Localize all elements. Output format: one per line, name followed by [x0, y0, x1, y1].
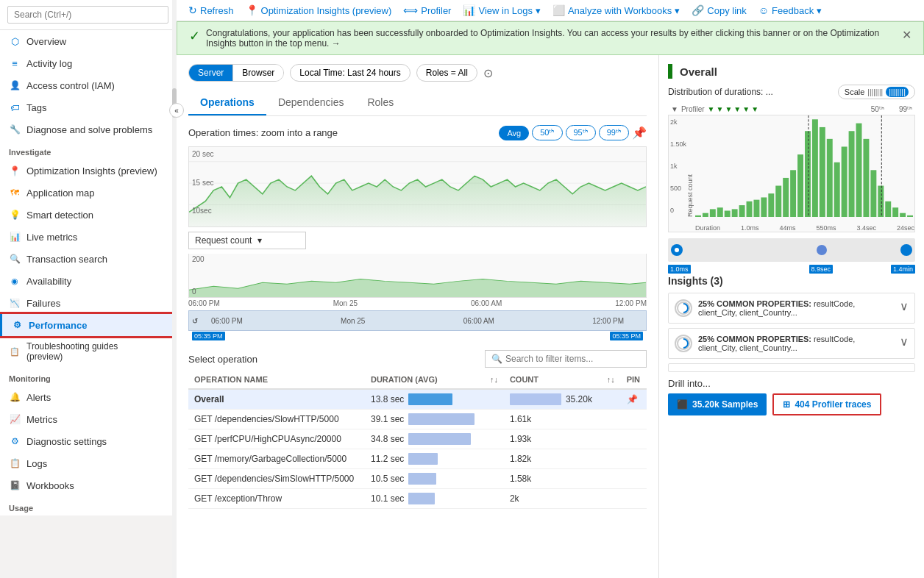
p50-button[interactable]: 50ᵗʰ — [532, 125, 562, 140]
optimization-banner[interactable]: ✓ Congratulations, your application has … — [177, 21, 924, 55]
server-filter-button[interactable]: Server — [189, 65, 233, 81]
optimization-insights-button[interactable]: 📍 Optimization Insights (preview) — [246, 4, 392, 16]
profiler-traces-button[interactable]: ⊞ 404 Profiler traces — [772, 393, 881, 415]
sidebar-item-logs[interactable]: 📋 Logs — [0, 452, 176, 474]
sidebar: ⬡ Overview ≡ Activity log 👤 Access contr… — [0, 0, 177, 515]
tab-roles[interactable]: Roles — [355, 90, 405, 115]
percentile-labels-99: 99ᵗʰ — [899, 105, 912, 113]
sidebar-item-overview[interactable]: ⬡ Overview — [0, 30, 176, 52]
sidebar-item-tags[interactable]: 🏷 Tags — [0, 96, 176, 118]
tab-operations[interactable]: Operations — [188, 90, 266, 115]
timeline-start-label: 05:35 PM — [192, 332, 225, 340]
refresh-button[interactable]: ↻ Refresh — [188, 4, 234, 16]
view-in-logs-button[interactable]: 📊 View in Logs ▾ — [463, 4, 540, 16]
sidebar-item-access-control[interactable]: 👤 Access control (IAM) — [0, 74, 176, 96]
sidebar-item-smart-detection[interactable]: 💡 Smart detection — [0, 204, 176, 226]
row-duration: 34.8 sec — [365, 429, 484, 449]
insight-card-2[interactable]: 25% COMMON PROPERTIES: resultCode, clien… — [668, 328, 915, 359]
samples-button[interactable]: ⬛ 35.20k Samples — [668, 393, 767, 415]
sidebar-item-diagnostic-settings[interactable]: ⚙ Diagnostic settings — [0, 430, 176, 452]
tab-dependencies[interactable]: Dependencies — [266, 90, 356, 115]
left-panel: Server Browser Local Time: Last 24 hours… — [177, 55, 659, 578]
roles-filter-button[interactable]: Roles = All — [416, 64, 477, 82]
table-header: Select operation 🔍 — [188, 350, 647, 368]
search-input[interactable] — [7, 6, 168, 24]
row-pin[interactable] — [621, 489, 647, 509]
range-max-label: 1.4min — [891, 265, 915, 274]
sidebar-collapse-btn[interactable]: « — [169, 103, 184, 118]
col-pin[interactable]: PIN — [621, 371, 647, 389]
col-count[interactable]: COUNT — [504, 371, 601, 389]
table-row[interactable]: GET /dependencies/SlowHTTP/5000 39.1 sec… — [188, 410, 647, 429]
avg-button[interactable]: Avg — [499, 126, 529, 140]
col-duration[interactable]: DURATION (AVG) — [365, 371, 484, 389]
range-handle-mid[interactable] — [817, 245, 827, 255]
samples-icon: ⬛ — [677, 399, 688, 410]
dist-y-title: Request count — [686, 174, 694, 217]
row-pin[interactable] — [621, 449, 647, 469]
banner-close-button[interactable]: ✕ — [902, 28, 911, 42]
profiler-button[interactable]: ⟺ Profiler — [403, 4, 451, 16]
insight-expand-1[interactable]: ∨ — [900, 299, 909, 313]
sidebar-item-performance[interactable]: ⚙ Performance — [0, 314, 176, 336]
pin-button[interactable]: 📌 — [632, 126, 647, 140]
col-sort-duration[interactable]: ↑↓ — [484, 371, 504, 389]
svg-rect-33 — [900, 213, 906, 217]
optimization-insights-icon: 📍 — [246, 4, 258, 16]
sidebar-item-diagnose[interactable]: 🔧 Diagnose and solve problems — [0, 118, 176, 140]
svg-rect-34 — [907, 215, 913, 217]
scale-toggle[interactable]: Scale |||||||| |||||||| — [838, 85, 915, 99]
percentile-labels-50: 50ᵗʰ — [871, 105, 884, 113]
analyze-chevron-icon: ▾ — [675, 5, 680, 16]
row-pin[interactable] — [621, 410, 647, 429]
range-mid-label: 8.9sec — [809, 265, 834, 274]
time-filter-button[interactable]: Local Time: Last 24 hours — [290, 64, 410, 82]
svg-rect-25 — [842, 146, 847, 217]
row-pin[interactable] — [621, 469, 647, 489]
sidebar-item-application-map[interactable]: 🗺 Application map — [0, 182, 176, 204]
sidebar-item-workbooks[interactable]: 📓 Workbooks — [0, 474, 176, 496]
col-operation-name[interactable]: OPERATION NAME — [188, 371, 365, 389]
insight-expand-2[interactable]: ∨ — [900, 335, 909, 349]
p95-button[interactable]: 95ᵗʰ — [566, 125, 596, 140]
sidebar-item-troubleshooting[interactable]: 📋 Troubleshooting guides(preview) — [0, 336, 176, 367]
table-row[interactable]: GET /perfCPU/HighCPUAsync/20000 34.8 sec… — [188, 429, 647, 449]
range-handle-left[interactable] — [671, 244, 683, 256]
table-row[interactable]: GET /dependencies/SimSlowHTTP/5000 10.5 … — [188, 469, 647, 489]
filter-settings-button[interactable]: ⊙ — [483, 66, 493, 80]
row-pin[interactable] — [621, 429, 647, 449]
sidebar-item-alerts[interactable]: 🔔 Alerts — [0, 386, 176, 408]
row-pin[interactable]: 📌 — [621, 389, 647, 410]
row-duration: 11.2 sec — [365, 449, 484, 469]
overall-indicator — [668, 64, 672, 79]
sidebar-item-activity-log[interactable]: ≡ Activity log — [0, 52, 176, 74]
insight-card-1[interactable]: 25% COMMON PROPERTIES: resultCode, clien… — [668, 293, 915, 324]
sidebar-item-metrics[interactable]: 📈 Metrics — [0, 408, 176, 430]
svg-marker-3 — [189, 176, 646, 226]
sidebar-scrollbar[interactable] — [172, 0, 177, 578]
analyze-workbooks-button[interactable]: ⬜ Analyze with Workbooks ▾ — [552, 4, 680, 16]
timeline-brush[interactable]: ↺ 06:00 PM Mon 25 06:00 AM 12:00 PM 05:3… — [188, 310, 647, 331]
range-slider[interactable]: 1.0ms 8.9sec 1.4min — [668, 238, 915, 262]
browser-filter-button[interactable]: Browser — [233, 65, 283, 81]
sidebar-item-failures[interactable]: 📉 Failures — [0, 292, 176, 314]
svg-rect-5 — [695, 215, 701, 217]
sidebar-item-transaction-search[interactable]: 🔍 Transaction search — [0, 248, 176, 270]
svg-rect-19 — [797, 154, 803, 217]
sidebar-item-live-metrics[interactable]: 📊 Live metrics — [0, 226, 176, 248]
table-row[interactable]: GET /exception/Throw 10.1 sec 2k — [188, 489, 647, 509]
table-row[interactable]: Overall 13.8 sec 35.20k — [188, 389, 647, 410]
p99-button[interactable]: 99ᵗʰ — [599, 125, 629, 140]
table-search-input[interactable] — [505, 354, 640, 364]
row-duration: 39.1 sec — [365, 410, 484, 429]
main-chart-svg — [189, 147, 646, 226]
request-count-dropdown[interactable]: Request count ▾ — [188, 232, 306, 249]
range-handle-right[interactable] — [900, 244, 912, 256]
table-row[interactable]: GET /memory/GarbageCollection/5000 11.2 … — [188, 449, 647, 469]
feedback-button[interactable]: ☺ Feedback ▾ — [758, 4, 822, 16]
sidebar-item-availability[interactable]: ◉ Availability — [0, 270, 176, 292]
sidebar-item-optimization-insights[interactable]: 📍 Optimization Insights (preview) — [0, 160, 176, 182]
investigate-section-title: Investigate — [0, 140, 176, 160]
col-sort-count[interactable]: ↑↓ — [601, 371, 621, 389]
copy-link-button[interactable]: 🔗 Copy link — [692, 4, 746, 16]
